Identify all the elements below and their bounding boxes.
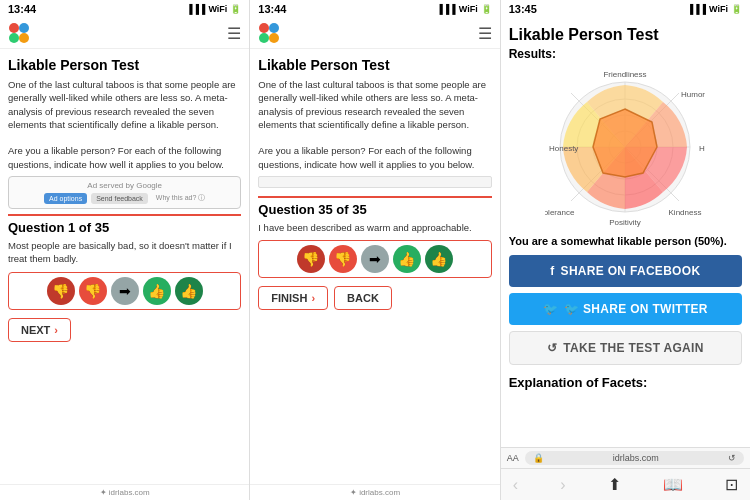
action-row-1: NEXT ›	[8, 318, 241, 342]
footer-1: ✦ idrlabs.com	[0, 484, 249, 500]
svg-point-0	[9, 23, 19, 33]
footer-2: ✦ idrlabs.com	[250, 484, 499, 500]
share-facebook-button[interactable]: f SHARE ON FACEBOOK	[509, 255, 742, 287]
action-row-2: FINISH › BACK	[258, 286, 491, 310]
svg-text:Humor: Humor	[681, 90, 705, 99]
svg-text:Tolerance: Tolerance	[545, 208, 575, 217]
retake-button[interactable]: ↺ TAKE THE TEST AGAIN	[509, 331, 742, 365]
panel-content-2: Likable Person Test One of the last cult…	[250, 49, 499, 484]
svg-point-5	[269, 23, 279, 33]
status-icons-1: ▐▐▐ WiFi 🔋	[186, 4, 241, 14]
status-bar-1: 13:44 ▐▐▐ WiFi 🔋	[0, 0, 249, 18]
panel-2: 13:44 ▐▐▐ WiFi 🔋 ☰ Likable Person Test O…	[250, 0, 500, 500]
app-logo-1	[8, 22, 30, 44]
status-bar-3: 13:45 ▐▐▐ WiFi 🔋	[501, 0, 750, 18]
svg-point-2	[9, 33, 19, 43]
lock-icon: 🔒	[533, 453, 544, 463]
refresh-icon[interactable]: ↺	[728, 453, 736, 463]
wifi-icon: WiFi	[208, 4, 227, 14]
rating-2[interactable]: 👎	[79, 277, 107, 305]
browser-share-btn[interactable]: ⬆	[604, 473, 625, 496]
battery-icon-3: 🔋	[731, 4, 742, 14]
browser-tabs-btn[interactable]: ⊡	[721, 473, 742, 496]
rating-2b[interactable]: 👎	[329, 245, 357, 273]
next-arrow-icon: ›	[54, 324, 58, 336]
share-twitter-label: 🐦 SHARE ON TWITTER	[564, 302, 708, 316]
input-placeholder	[258, 176, 491, 188]
status-bar-2: 13:44 ▐▐▐ WiFi 🔋	[250, 0, 499, 18]
result-text: You are a somewhat likable person (50%).	[509, 235, 742, 247]
rating-5[interactable]: 👍	[175, 277, 203, 305]
signal-icon: ▐▐▐	[186, 4, 205, 14]
rating-row-1: 👎 👎 ➡ 👍 👍	[8, 272, 241, 310]
app-desc-2: One of the last cultural taboos is that …	[258, 78, 491, 171]
svg-text:Kindness: Kindness	[669, 208, 702, 217]
rating-1[interactable]: 👎	[47, 277, 75, 305]
time-1: 13:44	[8, 3, 36, 15]
svg-text:Honesty: Honesty	[549, 144, 578, 153]
ad-options-btn[interactable]: Ad options	[44, 193, 87, 204]
panel-content-3: Likable Person Test Results:	[501, 18, 750, 447]
battery-icon: 🔋	[230, 4, 241, 14]
ad-block: Ad served by Google Ad options Send feed…	[8, 176, 241, 209]
results-title: Likable Person Test	[509, 26, 742, 44]
browser-url-bar[interactable]: 🔒 idrlabs.com ↺	[525, 451, 744, 465]
hamburger-menu-2[interactable]: ☰	[478, 24, 492, 43]
time-2: 13:44	[258, 3, 286, 15]
hamburger-menu-1[interactable]: ☰	[227, 24, 241, 43]
share-twitter-button[interactable]: 🐦 🐦 SHARE ON TWITTER	[509, 293, 742, 325]
finish-button[interactable]: FINISH ›	[258, 286, 328, 310]
back-button[interactable]: BACK	[334, 286, 392, 310]
rating-5b[interactable]: 👍	[425, 245, 453, 273]
rating-1b[interactable]: 👎	[297, 245, 325, 273]
explanation-title: Explanation of Facets:	[509, 375, 742, 390]
panel-3: 13:45 ▐▐▐ WiFi 🔋 Likable Person Test Res…	[501, 0, 750, 500]
wifi-icon-2: WiFi	[459, 4, 478, 14]
svg-text:Happiness: Happiness	[699, 144, 705, 153]
browser-nav: ‹ › ⬆ 📖 ⊡	[501, 468, 750, 500]
browser-aa[interactable]: AA	[507, 453, 519, 463]
rating-4b[interactable]: 👍	[393, 245, 421, 273]
svg-point-3	[19, 33, 29, 43]
browser-bookmarks-btn[interactable]: 📖	[659, 473, 687, 496]
svg-point-1	[19, 23, 29, 33]
next-button[interactable]: NEXT ›	[8, 318, 71, 342]
nav-bar-2: ☰	[250, 18, 499, 49]
radar-svg: Friendliness Humor Happiness Kindness Po…	[545, 67, 705, 227]
panel-content-1: Likable Person Test One of the last cult…	[0, 49, 249, 484]
time-3: 13:45	[509, 3, 537, 15]
nav-bar-1: ☰	[0, 18, 249, 49]
finish-label: FINISH	[271, 292, 307, 304]
question-header-2: Question 35 of 35	[258, 196, 491, 217]
retake-icon: ↺	[547, 341, 557, 355]
app-desc-1: One of the last cultural taboos is that …	[8, 78, 241, 171]
svg-point-7	[269, 33, 279, 43]
ad-label: Ad served by Google	[13, 181, 236, 190]
rating-3b[interactable]: ➡	[361, 245, 389, 273]
rating-3[interactable]: ➡	[111, 277, 139, 305]
svg-text:Positivity: Positivity	[610, 218, 642, 227]
status-icons-3: ▐▐▐ WiFi 🔋	[687, 4, 742, 14]
browser-forward-btn[interactable]: ›	[556, 473, 569, 496]
facebook-icon: f	[550, 264, 554, 278]
retake-label: TAKE THE TEST AGAIN	[563, 341, 703, 355]
panel-1: 13:44 ▐▐▐ WiFi 🔋 ☰ Likable Person Test O…	[0, 0, 250, 500]
signal-icon-2: ▐▐▐	[437, 4, 456, 14]
back-label: BACK	[347, 292, 379, 304]
browser-url: idrlabs.com	[613, 453, 659, 463]
radar-chart: Friendliness Humor Happiness Kindness Po…	[509, 67, 742, 227]
ad-buttons: Ad options Send feedback Why this ad? ⓘ	[13, 193, 236, 204]
send-feedback-btn[interactable]: Send feedback	[91, 193, 148, 204]
ad-why: Why this ad? ⓘ	[156, 193, 205, 204]
question-header-1: Question 1 of 35	[8, 214, 241, 235]
question-text-1: Most people are basically bad, so it doe…	[8, 239, 241, 266]
browser-bar: AA 🔒 idrlabs.com ↺	[501, 447, 750, 468]
browser-back-btn[interactable]: ‹	[509, 473, 522, 496]
svg-text:Friendliness: Friendliness	[604, 70, 647, 79]
rating-4[interactable]: 👍	[143, 277, 171, 305]
app-title-1: Likable Person Test	[8, 57, 241, 73]
battery-icon-2: 🔋	[481, 4, 492, 14]
svg-point-4	[259, 23, 269, 33]
app-logo-2	[258, 22, 280, 44]
status-icons-2: ▐▐▐ WiFi 🔋	[437, 4, 492, 14]
